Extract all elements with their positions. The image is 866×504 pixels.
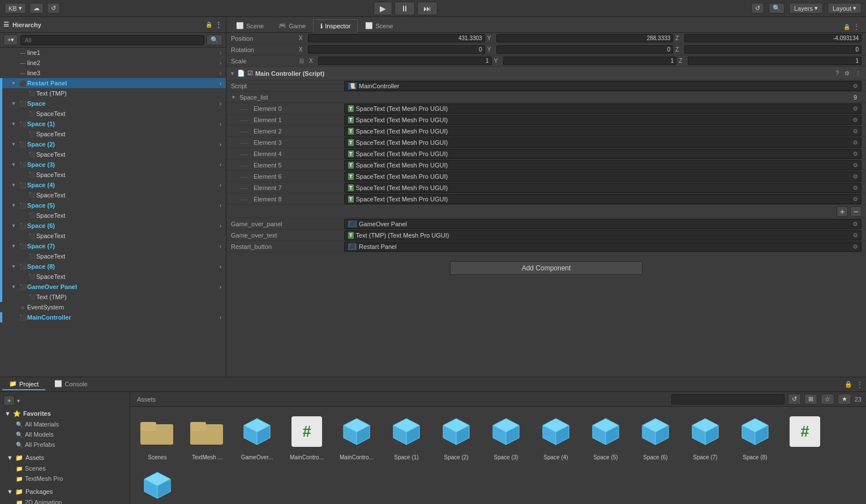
asset-item-space--6-[interactable]: Space (6) <box>633 411 678 460</box>
list-remove-button[interactable]: − <box>850 206 861 217</box>
element-ref-3[interactable]: T SpaceText (Text Mesh Pro UGUI) ⊙ <box>344 137 861 148</box>
asset-item-scenes[interactable]: Scenes <box>135 411 180 460</box>
asset-item-space--2-[interactable]: Space (2) <box>434 411 479 460</box>
element-ref-6[interactable]: T SpaceText (Text Mesh Pro UGUI) ⊙ <box>344 171 861 182</box>
rotation-x-input[interactable] <box>308 45 485 54</box>
add-hierarchy-button[interactable]: +▾ <box>3 35 18 45</box>
component-settings-icon[interactable]: ⚙ <box>843 70 851 77</box>
tree-item-line1[interactable]: — line1 › <box>0 48 226 58</box>
play-button[interactable]: ▶ <box>374 2 392 15</box>
asset-item-gameover---[interactable]: GameOver... <box>234 411 280 460</box>
tree-item-spacetext-space--4-[interactable]: ⬛ SpaceText <box>0 190 226 200</box>
undo-button[interactable]: ↺ <box>751 3 764 14</box>
assets-star-icon[interactable]: ★ <box>838 394 851 404</box>
pause-button[interactable]: ⏸ <box>395 2 415 15</box>
asset-item-row2-1[interactable] <box>135 465 180 504</box>
sidebar-item-all-models[interactable]: 🔍 All Models <box>5 429 125 440</box>
element-ref-5[interactable]: T SpaceText (Text Mesh Pro UGUI) ⊙ <box>344 160 861 170</box>
sidebar-folder-assets[interactable]: ▼ 📁 Assets <box>5 452 125 463</box>
bottom-more-icon[interactable]: ⋮ <box>856 380 864 389</box>
tree-item-space--5-[interactable]: ▼ ⬛ Space (5) › <box>0 200 226 210</box>
element-ref-2[interactable]: T SpaceText (Text Mesh Pro UGUI) ⊙ <box>344 126 861 136</box>
history-button[interactable]: ↺ <box>47 3 60 14</box>
field-ref-target-0[interactable]: ⊙ <box>853 221 858 227</box>
layout-dropdown[interactable]: Layout ▾ <box>828 3 861 14</box>
assets-search-input[interactable] <box>671 394 784 404</box>
element-ref-target-8[interactable]: ⊙ <box>853 196 858 202</box>
tab-game[interactable]: 🎮 Game <box>271 19 313 32</box>
asset-item-space--7-[interactable]: Space (7) <box>683 411 728 460</box>
component-help-icon[interactable]: ? <box>834 70 841 77</box>
cloud-button[interactable]: ☁ <box>29 3 44 14</box>
tree-item-space--4-[interactable]: ▼ ⬛ Space (4) › <box>0 180 226 190</box>
step-button[interactable]: ⏭ <box>417 2 438 15</box>
tree-item-spacetext-space--2-[interactable]: ⬛ SpaceText <box>0 149 226 160</box>
sidebar-item-2d-animation[interactable]: 📁 2D Animation <box>5 497 125 504</box>
sidebar-item-all-prefabs[interactable]: 🔍 All Prefabs <box>5 440 125 450</box>
assets-refresh-icon[interactable]: ↺ <box>788 394 801 404</box>
tree-item-space[interactable]: ▼ ⬛ Space › <box>0 98 226 109</box>
element-ref-target-3[interactable]: ⊙ <box>853 139 858 145</box>
element-ref-1[interactable]: T SpaceText (Text Mesh Pro UGUI) ⊙ <box>344 115 861 125</box>
tree-item-space--7-[interactable]: ▼ ⬛ Space (7) › <box>0 241 226 251</box>
assets-filter-icon[interactable]: ⊞ <box>804 394 817 404</box>
tree-item-spacetext-space--3-[interactable]: ⬛ SpaceText <box>0 170 226 180</box>
tree-item-space--6-[interactable]: ▼ ⬛ Space (6) › <box>0 221 226 231</box>
sidebar-folder-packages[interactable]: ▼ 📁 Packages <box>5 486 125 497</box>
layers-dropdown[interactable]: Layers ▾ <box>789 3 823 14</box>
element-ref-target-1[interactable]: ⊙ <box>853 117 858 123</box>
asset-item-maincontro---[interactable]: # MainContro... <box>284 411 329 460</box>
sidebar-item-textmesh[interactable]: 📁 TextMesh Pro <box>5 473 125 484</box>
element-ref-7[interactable]: T SpaceText (Text Mesh Pro UGUI) ⊙ <box>344 183 861 193</box>
tree-item-spacetext-space--6-[interactable]: ⬛ SpaceText <box>0 231 226 241</box>
field-ref-2[interactable]: ⬛ Restart Panel ⊙ <box>344 242 861 252</box>
position-x-input[interactable] <box>308 34 485 42</box>
tree-item-spacetext-space--5-[interactable]: ⬛ SpaceText <box>0 210 226 221</box>
sidebar-item-all-materials[interactable]: 🔍 All Materials <box>5 419 125 429</box>
tab-scene-1[interactable]: ⬜ Scene <box>229 19 271 32</box>
element-ref-target-4[interactable]: ⊙ <box>853 150 858 157</box>
rotation-z-input[interactable] <box>684 45 861 54</box>
tab-console[interactable]: ⬜ Console <box>48 378 94 390</box>
tab-inspector[interactable]: ℹ Inspector <box>313 19 358 33</box>
space-list-collapse-icon[interactable]: ▼ <box>231 94 236 100</box>
tree-item-spacetext-space--1-[interactable]: ⬛ SpaceText <box>0 129 226 139</box>
sidebar-favorites-header[interactable]: ▼ ⭐ Favorites <box>5 408 125 419</box>
hierarchy-search-input[interactable] <box>20 35 204 45</box>
field-ref-0[interactable]: ⬛ GameOver Panel ⊙ <box>344 219 861 229</box>
rotation-y-input[interactable] <box>496 45 674 54</box>
component-collapse-icon[interactable]: ▼ <box>230 71 235 76</box>
tree-item-text-tmp-gameover[interactable]: ⬛ Text (TMP) <box>0 292 226 302</box>
tree-item-space--3-[interactable]: ▼ ⬛ Space (3) › <box>0 160 226 170</box>
search-button[interactable]: 🔍 <box>769 3 784 14</box>
tree-item-spacetext-space--8-[interactable]: ⬛ SpaceText <box>0 272 226 282</box>
element-ref-target-0[interactable]: ⊙ <box>853 105 858 111</box>
position-z-input[interactable] <box>684 34 861 42</box>
component-checkbox[interactable]: ☑ <box>247 70 253 77</box>
tree-item-space--2-[interactable]: ▼ ⬛ Space (2) › <box>0 139 226 149</box>
script-ref-target[interactable]: ⊙ <box>853 83 858 89</box>
tree-item-space--8-[interactable]: ▼ ⬛ Space (8) › <box>0 261 226 272</box>
element-ref-8[interactable]: T SpaceText (Text Mesh Pro UGUI) ⊙ <box>344 194 861 204</box>
inspector-more-icon[interactable]: ⋮ <box>852 22 860 31</box>
element-ref-target-5[interactable]: ⊙ <box>853 162 858 168</box>
asset-item-space--1-[interactable]: Space (1) <box>384 411 429 460</box>
tree-item-text-tmp-restart[interactable]: ⬛ Text (TMP) <box>0 88 226 98</box>
tree-item-eventsystem[interactable]: ○ EventSystem <box>0 302 226 312</box>
tab-scene-2[interactable]: ⬜ Scene <box>358 19 400 32</box>
asset-item-space--4-[interactable]: Space (4) <box>533 411 578 460</box>
scale-z-input[interactable] <box>688 57 861 65</box>
tree-item-spacetext-space--7-[interactable]: ⬛ SpaceText <box>0 251 226 261</box>
asset-item-row2-0[interactable]: # <box>782 411 828 460</box>
asset-item-textmesh----[interactable]: TextMesh ... <box>185 411 230 460</box>
tree-item-line3[interactable]: — line3 › <box>0 68 226 78</box>
asset-item-space--8-[interactable]: Space (8) <box>732 411 778 460</box>
field-ref-1[interactable]: T Text (TMP) (Text Mesh Pro UGUI) ⊙ <box>344 230 861 240</box>
sidebar-item-scenes[interactable]: 📁 Scenes <box>5 463 125 473</box>
asset-item-space--3-[interactable]: Space (3) <box>483 411 529 460</box>
component-more-icon[interactable]: ⋮ <box>854 70 863 77</box>
tree-item-space--1-[interactable]: ▼ ⬛ Space (1) › <box>0 119 226 129</box>
tree-item-line2[interactable]: — line2 › <box>0 58 226 68</box>
tree-item-spacetext-space[interactable]: ⬛ SpaceText <box>0 109 226 119</box>
position-y-input[interactable] <box>496 34 674 42</box>
